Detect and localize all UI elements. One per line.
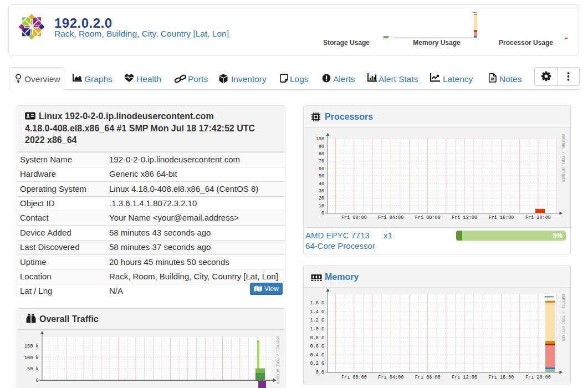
svg-text:30: 30: [319, 188, 324, 194]
svg-text:1.4 G: 1.4 G: [310, 309, 324, 315]
svg-text:50: 50: [319, 173, 324, 179]
svg-text:40: 40: [319, 181, 324, 187]
svg-text:0.8 G: 0.8 G: [310, 335, 324, 341]
svg-text:20: 20: [319, 196, 324, 201]
svg-text:Fri 12:00: Fri 12:00: [452, 215, 477, 221]
svg-text:1.2 G: 1.2 G: [310, 318, 324, 323]
svg-text:1.6 G: 1.6 G: [310, 300, 324, 306]
svg-text:Fri 00:00: Fri 00:00: [341, 375, 367, 380]
svg-text:70: 70: [319, 159, 324, 164]
svg-text:0.2 G: 0.2 G: [310, 361, 324, 366]
svg-text:1.0 G: 1.0 G: [310, 326, 324, 332]
svg-text:90: 90: [319, 144, 324, 150]
svg-text:Fri 04:00: Fri 04:00: [378, 375, 403, 380]
svg-text:Fri 00:00: Fri 00:00: [341, 215, 367, 221]
svg-text:Fri 16:00: Fri 16:00: [489, 375, 514, 380]
svg-text:RRDTOOL / TOBI OETIKER: RRDTOOL / TOBI OETIKER: [275, 336, 279, 384]
svg-text:Fri 20:00: Fri 20:00: [525, 375, 551, 380]
svg-text:0.4 G: 0.4 G: [310, 353, 324, 358]
svg-text:100: 100: [316, 136, 324, 142]
svg-text:0: 0: [35, 378, 38, 384]
svg-text:0.6 G: 0.6 G: [310, 344, 324, 349]
svg-text:60: 60: [319, 166, 324, 172]
svg-text:RRDTOOL / TOBI OETIKER: RRDTOOL / TOBI OETIKER: [561, 134, 565, 182]
svg-text:150 k: 150 k: [24, 344, 39, 349]
svg-text:Fri 04:00: Fri 04:00: [378, 215, 403, 221]
svg-text:Fri 12:00: Fri 12:00: [452, 375, 477, 380]
svg-text:Fri 08:00: Fri 08:00: [415, 375, 441, 380]
svg-text:Fri 16:00: Fri 16:00: [489, 215, 514, 221]
svg-text:Fri 08:00: Fri 08:00: [415, 215, 441, 221]
svg-text:Fri 20:00: Fri 20:00: [525, 215, 551, 221]
svg-text:0.0: 0.0: [316, 370, 324, 375]
svg-text:100 k: 100 k: [24, 355, 39, 361]
svg-text:50 k: 50 k: [27, 366, 38, 372]
svg-text:0: 0: [321, 211, 324, 216]
svg-text:80: 80: [319, 151, 324, 157]
svg-text:RRDTOOL / TOBI OETIKER: RRDTOOL / TOBI OETIKER: [561, 294, 565, 341]
svg-text:10: 10: [319, 203, 324, 209]
